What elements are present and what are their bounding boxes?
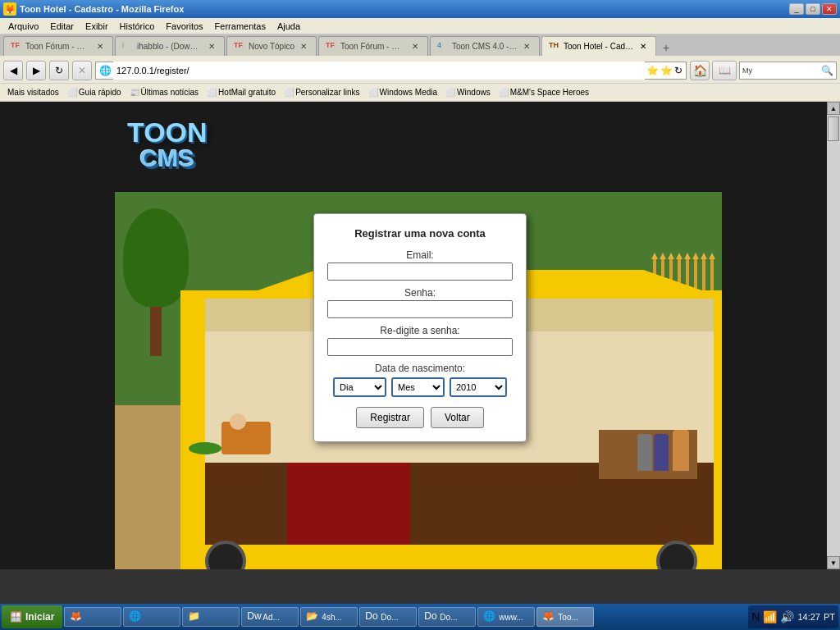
taskbar-item-3-label: Do...: [381, 613, 398, 622]
year-select[interactable]: 2010 200920082007 200620052000: [450, 377, 507, 397]
tab-5[interactable]: 4 Toon CMS 4.0 - Inédit... ✕: [430, 36, 540, 56]
bookmark-noticias-icon: 📰: [130, 88, 139, 97]
security-icon: ⭐: [646, 65, 659, 76]
menu-exibir[interactable]: Exibir: [80, 20, 113, 33]
tab-3-label: Novo Tópico: [249, 42, 294, 51]
stop-button[interactable]: ✕: [72, 61, 92, 80]
maximize-button[interactable]: □: [806, 3, 820, 15]
tab-3[interactable]: TF Novo Tópico ✕: [226, 36, 317, 56]
taskbar-too-icon: 🦊: [542, 610, 555, 623]
home-button[interactable]: 🏠: [690, 61, 710, 80]
bookmarks-bar: Mais visitados ⬜ Guia rápido 📰 Últimas n…: [0, 84, 840, 102]
bookmark-windows-media[interactable]: ⬜ Windows Media: [366, 87, 441, 98]
taskbar-4sh-icon: 📂: [306, 610, 319, 623]
menu-bar: Arquivo Editar Exibir Histórico Favorito…: [0, 18, 840, 34]
taskbar-item-2-label: 4sh...: [322, 613, 341, 622]
new-tab-button[interactable]: +: [658, 39, 674, 56]
taskbar-folder-icon: 📁: [188, 610, 201, 623]
taskbar-item-5[interactable]: 🌐 www...: [477, 607, 535, 627]
bookmark-personalizar-icon: ⬜: [284, 88, 294, 97]
tab-2-favicon: i: [122, 41, 134, 52]
bookmark-page-button[interactable]: 📖: [712, 61, 737, 80]
reload-small-icon: ↻: [674, 65, 682, 76]
back-button[interactable]: Voltar: [431, 407, 484, 428]
taskbar-item-6[interactable]: 🦊 Too...: [536, 607, 594, 627]
bookmark-hotmail[interactable]: ⬜ HotMail gratuito: [204, 87, 278, 98]
start-button[interactable]: 🪟 Iniciar: [2, 605, 62, 628]
tab-2-label: ihabblo - (Download) i...: [137, 42, 203, 51]
bookmark-personalizar[interactable]: ⬜ Personalizar links: [281, 87, 362, 98]
confirm-group: Re-digite a senha:: [327, 325, 513, 356]
taskbar-folder[interactable]: 📁: [182, 607, 240, 627]
taskbar-ie-icon: 🌐: [129, 610, 142, 623]
bookmark-mms[interactable]: ⬜ M&M's Space Heroes: [496, 87, 591, 98]
tab-4-close[interactable]: ✕: [409, 41, 421, 52]
menu-ajuda[interactable]: Ajuda: [272, 20, 305, 33]
bookmark-guia-rapido[interactable]: ⬜ Guia rápido: [65, 87, 124, 98]
taskbar-item-1[interactable]: Dw Ad...: [241, 607, 299, 627]
close-button[interactable]: ✕: [822, 3, 837, 15]
search-branding: My: [742, 66, 752, 75]
menu-historico[interactable]: Histórico: [115, 20, 160, 33]
bookmark-windows[interactable]: ⬜ Windows: [443, 87, 493, 98]
password-group: Senha:: [327, 287, 513, 318]
email-input[interactable]: [327, 262, 513, 281]
address-input[interactable]: [113, 62, 645, 80]
password-input[interactable]: [327, 300, 513, 318]
tab-3-close[interactable]: ✕: [298, 41, 309, 52]
tab-1-label: Toon Fórum - Games e...: [25, 42, 91, 51]
search-input[interactable]: [754, 66, 819, 75]
nav-right: 🏠 📖 My 🔍: [690, 61, 837, 80]
game-background: TOON CMS: [0, 102, 840, 569]
bookmark-mais-visitados[interactable]: Mais visitados: [5, 87, 62, 98]
taskbar-www-icon: 🌐: [483, 610, 496, 623]
tab-2-close[interactable]: ✕: [206, 41, 217, 52]
email-group: Email:: [327, 249, 513, 281]
minimize-button[interactable]: _: [789, 3, 804, 15]
forward-button[interactable]: ▶: [26, 61, 46, 80]
tab-bar: TF Toon Fórum - Games e... ✕ i ihabblo -…: [0, 34, 840, 57]
search-container: My 🔍: [739, 62, 837, 80]
menu-arquivo[interactable]: Arquivo: [3, 20, 43, 33]
tab-6-label: Toon Hotel - Cadastro: [564, 42, 634, 51]
tab-6[interactable]: TH Toon Hotel - Cadastro ✕: [541, 36, 656, 56]
taskbar-right: N 📶 🔊 14:27 PT: [748, 605, 838, 628]
tab-2[interactable]: i ihabblo - (Download) i... ✕: [115, 36, 225, 56]
day-select[interactable]: Dia 123 456: [333, 377, 386, 397]
bookmark-windows-icon: ⬜: [445, 88, 455, 97]
reload-button[interactable]: ↻: [49, 61, 69, 80]
month-select[interactable]: Mes JanFevMar AbrMaiJun: [391, 377, 445, 397]
menu-editar[interactable]: Editar: [45, 20, 79, 33]
registration-modal: Registrar uma nova conta Email: Senha: R…: [313, 213, 527, 442]
tab-4[interactable]: TF Toon Fórum - Games e... ✕: [318, 36, 428, 56]
menu-favoritos[interactable]: Favoritos: [161, 20, 208, 33]
taskbar-firefox[interactable]: 🦊: [64, 607, 121, 627]
tab-3-favicon: TF: [234, 41, 245, 52]
window-controls: _ □ ✕: [789, 3, 837, 15]
email-label: Email:: [327, 249, 513, 261]
register-button[interactable]: Registrar: [356, 407, 424, 428]
tab-5-close[interactable]: ✕: [521, 41, 532, 52]
address-bar-container: 🌐 ⭐ ⭐ ↻: [95, 62, 687, 80]
taskbar-item-1-label: Ad...: [262, 613, 280, 622]
menu-ferramentas[interactable]: Ferramentas: [210, 20, 271, 33]
bookmark-noticias[interactable]: 📰 Últimas notícias: [127, 87, 202, 98]
taskbar-item-2[interactable]: 📂 4sh...: [300, 607, 358, 627]
confirm-input[interactable]: [327, 338, 513, 356]
modal-title: Registrar uma nova conta: [327, 227, 513, 240]
tab-1[interactable]: TF Toon Fórum - Games e... ✕: [3, 36, 113, 56]
nav-bar: ◀ ▶ ↻ ✕ 🌐 ⭐ ⭐ ↻ 🏠 📖 My 🔍: [0, 57, 840, 84]
tab-6-close[interactable]: ✕: [637, 41, 649, 52]
taskbar-dw-icon: Dw: [247, 610, 260, 623]
taskbar-item-4[interactable]: Do Do...: [418, 607, 476, 627]
back-button[interactable]: ◀: [3, 61, 23, 80]
taskbar-volume-icon: 🔊: [780, 610, 794, 623]
taskbar-item-3[interactable]: Do Do...: [359, 607, 417, 627]
taskbar-ie[interactable]: 🌐: [123, 607, 180, 627]
taskbar-do-icon: Do: [365, 610, 378, 623]
modal-overlay: Registrar uma nova conta Email: Senha: R…: [0, 102, 840, 569]
tab-1-close[interactable]: ✕: [94, 41, 106, 52]
tab-5-label: Toon CMS 4.0 - Inédit...: [452, 42, 518, 51]
search-icon: 🔍: [821, 65, 833, 76]
address-icon: 🌐: [99, 65, 112, 76]
